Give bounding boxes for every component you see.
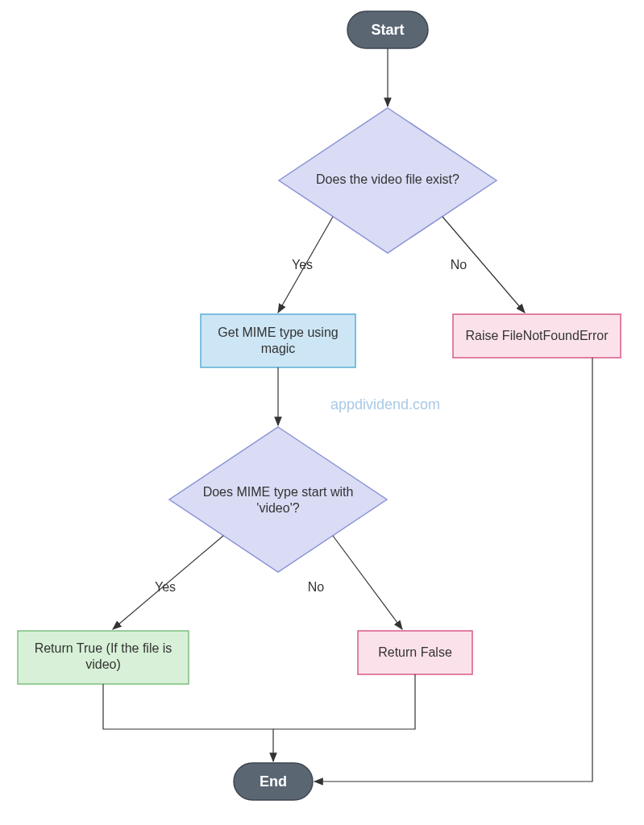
svg-rect-3 [201, 314, 355, 367]
start-label: Start [371, 22, 404, 38]
node-decision-file-exists: Does the video file exist? [279, 108, 497, 253]
flowchart-canvas: Start Does the video file exist? Yes No … [0, 0, 644, 825]
edge-no1-label: No [451, 258, 467, 272]
edge-decision2-no: No [308, 536, 402, 629]
raise-error-label: Raise FileNotFoundError [466, 329, 609, 342]
edge-no2-label: No [308, 580, 325, 594]
end-label: End [260, 773, 287, 790]
return-false-label: Return False [378, 645, 452, 659]
edge-raise-end [314, 358, 592, 781]
edge-return-true-end [103, 684, 273, 761]
svg-marker-5 [169, 427, 387, 572]
decision-mime-label-l1: Does MIME type start with [203, 485, 354, 499]
node-decision-mime-video: Does MIME type start with 'video'? [169, 427, 387, 572]
edge-decision1-no: No [442, 217, 525, 313]
return-true-label-l2: video) [85, 657, 121, 671]
edge-return-false-end [273, 674, 415, 729]
get-mime-label-l2: magic [261, 342, 296, 355]
node-start: Start [347, 11, 428, 48]
decision-mime-label-l2: 'video'? [256, 501, 299, 515]
node-end: End [234, 763, 313, 800]
edge-decision1-yes: Yes [278, 217, 333, 313]
edge-decision2-yes: Yes [113, 536, 223, 629]
node-return-false: Return False [358, 631, 472, 674]
node-get-mime: Get MIME type using magic [201, 314, 355, 367]
watermark-text: appdividend.com [330, 396, 440, 412]
node-return-true: Return True (If the file is video) [18, 631, 189, 684]
return-true-label-l1: Return True (If the file is [35, 641, 172, 655]
node-raise-error: Raise FileNotFoundError [453, 314, 621, 358]
decision-file-exists-label: Does the video file exist? [316, 172, 459, 186]
edge-yes2-label: Yes [155, 580, 176, 594]
get-mime-label-l1: Get MIME type using [218, 325, 338, 339]
edge-yes1-label: Yes [292, 258, 313, 272]
